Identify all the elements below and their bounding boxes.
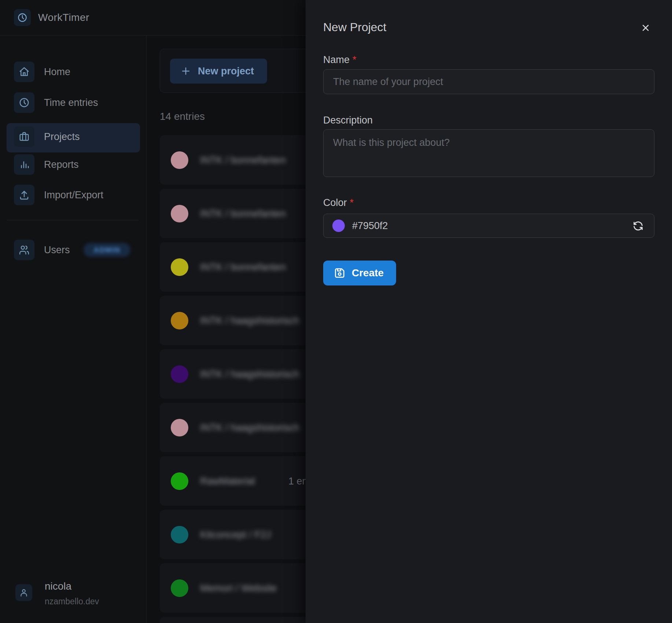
sidebar-item-time-entries[interactable]: Time entries — [7, 92, 140, 113]
sidebar-item-import-export[interactable]: Import/Export — [7, 185, 140, 205]
close-icon — [640, 23, 651, 33]
app-title: WorkTimer — [38, 12, 89, 23]
sidebar-item-label: Import/Export — [44, 189, 103, 201]
project-name: INTK / bonnefanten — [200, 154, 286, 166]
save-icon — [333, 267, 346, 279]
project-color-dot — [171, 312, 188, 329]
color-value: #7950f2 — [352, 220, 388, 232]
project-color-dot — [171, 579, 188, 597]
color-field-group: Color* #7950f2 — [323, 197, 654, 238]
user-name: nicola — [45, 580, 71, 592]
project-color-dot — [171, 258, 188, 276]
project-name: Kitconcept / F2J — [200, 529, 271, 540]
sidebar-item-home[interactable]: Home — [7, 62, 140, 82]
project-name: INTK / haagshistorisch — [200, 422, 300, 433]
sidebar-item-users[interactable]: Users ADMIN — [7, 240, 140, 260]
color-swatch — [332, 220, 345, 232]
sidebar-item-projects[interactable]: Projects — [7, 126, 140, 147]
sidebar-item-label: Home — [44, 66, 70, 78]
new-project-button[interactable]: New project — [170, 59, 267, 84]
project-color-dot — [171, 205, 188, 222]
project-name: RawMaterial — [200, 475, 255, 487]
project-name: INTK / haagshistorisch — [200, 368, 300, 380]
refresh-icon — [632, 220, 644, 232]
project-color-dot — [171, 365, 188, 383]
user-icon — [15, 584, 32, 601]
bar-chart-icon — [14, 154, 34, 175]
sidebar-item-label: Reports — [44, 159, 79, 170]
color-input[interactable]: #7950f2 — [323, 214, 654, 238]
app-logo — [14, 9, 31, 26]
required-asterisk: * — [352, 54, 357, 65]
sidebar-item-label: Projects — [44, 131, 80, 143]
upload-icon — [14, 185, 34, 205]
name-field-group: Name* — [323, 54, 654, 94]
home-icon — [14, 62, 34, 82]
project-name: INTK / bonnefanten — [200, 208, 286, 219]
name-input[interactable] — [323, 69, 654, 94]
briefcase-icon — [14, 126, 34, 147]
name-label: Name* — [323, 54, 654, 66]
project-name: INTK / bonnefanten — [200, 261, 286, 273]
sidebar-item-label: Users — [44, 244, 70, 256]
clock-icon — [17, 12, 27, 23]
project-name: Memori / Website — [200, 582, 277, 594]
sidebar: Home Time entries Projects Reports Impor — [0, 36, 147, 623]
project-color-dot — [171, 419, 188, 436]
description-input[interactable] — [323, 129, 654, 177]
randomize-color-button[interactable] — [631, 218, 645, 233]
description-label: Description — [323, 115, 654, 126]
drawer-title: New Project — [323, 21, 654, 34]
new-project-drawer: New Project Name* Description Color* #79… — [306, 0, 672, 623]
current-user[interactable]: nicola nzambello.dev — [15, 583, 136, 606]
new-project-label: New project — [198, 66, 254, 77]
drawer-header: New Project — [323, 21, 654, 34]
color-label: Color* — [323, 197, 654, 209]
user-email: nzambello.dev — [45, 597, 99, 607]
sidebar-item-label: Time entries — [44, 97, 98, 108]
sidebar-divider — [7, 220, 139, 220]
required-asterisk: * — [350, 197, 354, 208]
app-window: WorkTimer Home Time entries Projects — [0, 0, 672, 623]
close-button[interactable] — [638, 21, 653, 35]
admin-badge: ADMIN — [84, 243, 130, 257]
project-color-dot — [171, 151, 188, 169]
project-color-dot — [171, 526, 188, 543]
description-field-group: Description — [323, 115, 654, 178]
create-button[interactable]: Create — [323, 261, 396, 285]
create-label: Create — [352, 267, 384, 279]
users-icon — [14, 240, 34, 260]
entries-count: 14 entries — [160, 111, 205, 122]
project-name: INTK / haagshistorisch — [200, 315, 300, 326]
sidebar-item-reports[interactable]: Reports — [7, 154, 140, 175]
clock-icon — [14, 92, 34, 113]
project-color-dot — [171, 472, 188, 490]
plus-icon — [180, 66, 191, 77]
